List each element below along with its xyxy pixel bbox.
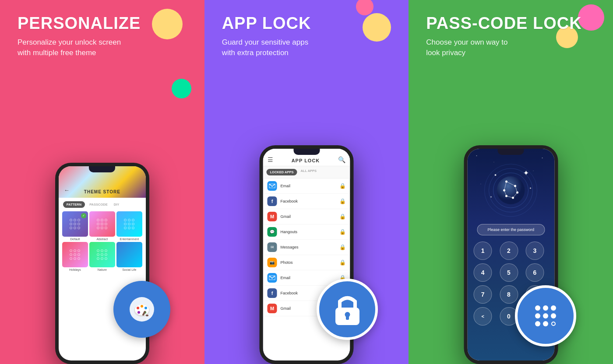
numpad-icon-large [528, 298, 563, 333]
app-item-messages[interactable]: ✉ Messages 🔒 [263, 240, 350, 255]
svg-point-28 [512, 197, 514, 199]
lock-icon-gmail1: 🔒 [339, 214, 346, 220]
lock-icon-photos: 🔒 [339, 259, 346, 266]
lock-icon-large [331, 291, 364, 328]
phone-2-notch [293, 149, 320, 155]
theme-label-sociallife: Social Life [116, 268, 142, 271]
panel-2-title: APP LOCK [222, 14, 391, 33]
panel-personalize: PERSONALIZE Personalize your unlock scre… [0, 0, 204, 364]
theme-item-sociallife[interactable]: Social Life [116, 242, 142, 271]
lock-overlay [317, 279, 378, 340]
theme-item-holidays[interactable]: Holidays [62, 242, 88, 271]
lock-icon-facebook1: 🔒 [339, 198, 346, 204]
messages-icon: ✉ [268, 242, 277, 252]
gmail-icon: M [268, 212, 277, 221]
svg-point-29 [505, 195, 507, 197]
theme-item-entertainment[interactable]: Entertainment [116, 211, 142, 241]
panel-1-subtitle: Personalize your unlock screenwith multi… [18, 37, 187, 58]
svg-point-26 [514, 185, 516, 187]
applock-tab-locked[interactable]: LOCKED APPS [267, 169, 297, 175]
email-icon [268, 181, 277, 191]
theme-item-nature[interactable]: Nature [89, 242, 115, 271]
app-item-email[interactable]: Email 🔒 [263, 178, 350, 194]
numpad-overlay [515, 285, 576, 346]
palette-overlay [113, 281, 170, 338]
palette-icon [127, 294, 157, 325]
phone-1-notch [89, 166, 115, 172]
app-item-photos[interactable]: 📷 Photos 🔒 [263, 255, 350, 270]
theme-item-default[interactable]: ✓ Default [62, 211, 88, 241]
panel-3-subtitle: Choose your own way tolook privacy [426, 37, 595, 58]
panel-3-header: PASS-CODE LOCK Choose your own way toloo… [409, 0, 613, 58]
svg-point-44 [543, 321, 548, 326]
app-name-hangouts: Hangouts [281, 230, 336, 234]
svg-point-18 [497, 176, 525, 204]
svg-point-41 [543, 313, 548, 318]
app-name-photos: Photos [281, 260, 336, 265]
lock-icon-messages: 🔒 [339, 244, 346, 250]
panel-2-subtitle: Guard your sensitive appswith extra prot… [222, 37, 391, 58]
svg-point-9 [146, 315, 148, 316]
svg-point-5 [144, 307, 147, 309]
theme-label-entertainment: Entertainment [116, 238, 142, 241]
panel-1-header: PERSONALIZE Personalize your unlock scre… [0, 0, 204, 58]
app-item-hangouts[interactable]: 💬 Hangouts 🔒 [263, 224, 350, 240]
app-name-email1: Email [281, 184, 336, 188]
theme-item-abstract[interactable]: Abstract [89, 211, 115, 241]
theme-label-holidays: Holidays [62, 268, 88, 271]
svg-point-45 [552, 322, 555, 326]
theme-label-default: Default [62, 238, 88, 241]
svg-point-38 [543, 305, 548, 311]
svg-point-40 [535, 313, 540, 318]
svg-point-7 [137, 311, 140, 314]
phone-1-container: ← THEME STORE PATTERN PASSCODE DIY [0, 163, 204, 364]
svg-point-34 [490, 196, 492, 198]
search-icon[interactable]: 🔍 [338, 156, 345, 163]
app-name-facebook1: Facebook [281, 199, 336, 203]
facebook-icon: f [268, 196, 277, 206]
theme-label-abstract: Abstract [89, 238, 115, 241]
svg-rect-14 [346, 315, 349, 320]
panel-applock: APP LOCK Guard your sensitive appswith e… [204, 0, 409, 364]
constellation-area [483, 162, 539, 219]
panel-2-header: APP LOCK Guard your sensitive appswith e… [204, 0, 409, 58]
theme-tab-diy[interactable]: DIY [112, 201, 121, 208]
svg-point-4 [141, 305, 143, 308]
theme-tab-passcode[interactable]: PASSCODE [88, 201, 109, 208]
applock-tab-all[interactable]: ALL APPS [300, 169, 317, 175]
svg-point-43 [535, 321, 540, 326]
constellation-svg [483, 162, 539, 219]
applock-screen-title: APP LOCK [292, 158, 320, 163]
facebook2-icon: f [268, 288, 277, 298]
app-name-messages: Messages [281, 245, 336, 249]
app-name-email2: Email [281, 276, 336, 280]
app-item-facebook[interactable]: f Facebook 🔒 [263, 194, 350, 209]
svg-point-27 [516, 192, 518, 194]
deco-circle-green-1 [172, 79, 191, 98]
panel-passcode: PASS-CODE LOCK Choose your own way toloo… [409, 0, 613, 364]
panel-1-title: PERSONALIZE [18, 14, 187, 33]
panel-3-title: PASS-CODE LOCK [426, 14, 595, 33]
svg-point-39 [551, 305, 556, 311]
gmail2-icon: M [268, 304, 277, 313]
photos-icon: 📷 [268, 258, 277, 267]
app-item-gmail[interactable]: M Gmail 🔒 [263, 209, 350, 224]
theme-label-nature: Nature [89, 268, 115, 271]
svg-point-25 [505, 181, 507, 183]
lock-icon-email1: 🔒 [339, 183, 346, 189]
svg-point-31 [495, 174, 497, 176]
hamburger-icon[interactable]: ☰ [268, 156, 273, 163]
lock-icon-hangouts: 🔒 [339, 229, 346, 235]
svg-point-30 [503, 189, 505, 192]
svg-point-3 [137, 307, 139, 309]
app-name-gmail1: Gmail [281, 214, 336, 219]
email2-icon [268, 273, 277, 283]
svg-point-42 [551, 313, 556, 318]
svg-point-37 [535, 305, 540, 311]
phone-3-notch [498, 149, 524, 155]
theme-tab-pattern[interactable]: PATTERN [63, 201, 85, 208]
theme-store-title: THEME STORE [84, 189, 120, 194]
svg-point-33 [530, 188, 531, 189]
hangouts-icon: 💬 [268, 227, 277, 237]
